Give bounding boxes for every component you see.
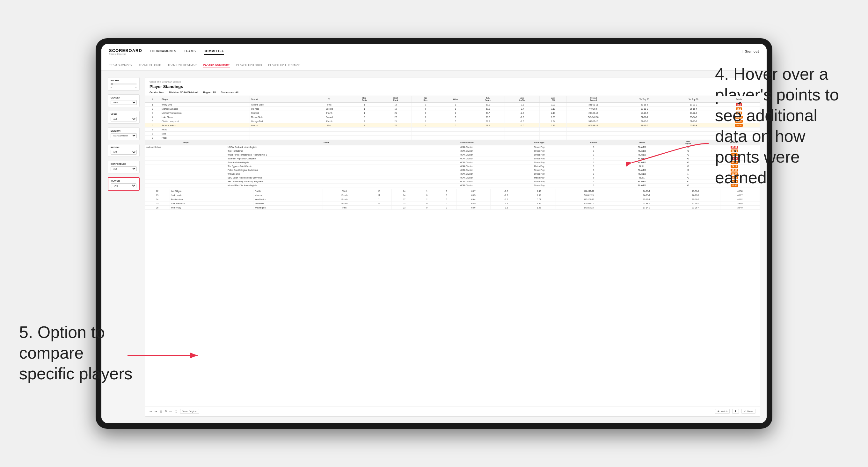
sub-cell-event: Wake Forest Invitational at Pinehurst No… [226,153,426,157]
sub-cell-type: Stroke Play [508,153,570,157]
cell-yr: Fourth [322,197,366,201]
cell-yr: Fourth [310,119,349,123]
sub-nav-player-h2h-heatmap[interactable]: PLAYER H2H HEATMAP [268,62,300,68]
sub-cell-type: Stroke Play [508,168,570,172]
cell-school: Georgia Tech [250,119,310,123]
player-select[interactable]: (All) [111,183,136,188]
cell-player: Jackson Kolson [160,123,250,127]
main-content: No Rds. 4 52 Gender Men [101,71,767,423]
cell-yr: Second [310,107,349,111]
sub-cell-player [145,187,226,189]
dash-icon[interactable]: — [169,410,172,413]
cell-vs50: 17-23-0 [669,103,718,107]
cell-rds: 2 [411,115,440,119]
bottom-toolbar: ↩ ↪ ⊞ ⧉ — ⏱ View: Original 👁 Watch [145,406,760,416]
download-btn[interactable]: ⬇ [732,409,739,414]
year-select[interactable]: (All) [111,117,137,121]
cell-adj-score [471,136,505,140]
col-vs50: Vs Top 50 [669,96,718,103]
nav-tournaments[interactable]: TOURNAMENTS [150,48,176,55]
sub-nav-team-h2h-grid[interactable]: TEAM H2H GRID [139,62,161,68]
gender-select[interactable]: Men [111,100,137,105]
cell-wins: 1 [440,107,471,111]
sub-nav-team-summary[interactable]: TEAM SUMMARY [109,62,132,68]
cell-wins: 0 [437,206,457,210]
col-player: Player [160,96,250,103]
undo-icon[interactable]: ↩ [150,410,152,413]
sub-cell-event: Fallen Oak Collegiate Invitational [226,168,426,172]
cell-adj-score: 68.7 [457,189,490,193]
arrow-bottom-left-svg [124,343,201,368]
redo-icon[interactable]: ↪ [155,410,157,413]
nav-committee[interactable]: COMMITTEE [204,48,224,55]
cell-reg-rank: 1 [349,111,380,115]
cell-adj-score: 67.5 [471,123,505,127]
cell-wins [440,136,471,140]
sub-cell-rounds: 3 [570,184,617,187]
sub-cell-rank-impact: +1 [667,184,709,187]
cell-avg-par: -2.6 [505,119,540,123]
conference-select[interactable]: (All) [111,166,137,171]
cell-points[interactable]: 39.95 [720,201,760,206]
cell-points[interactable]: 40.27 [720,193,760,197]
cell-vs25 [620,127,669,132]
col-reg-rank: RegRank [349,96,380,103]
cell-num: 24 [145,197,169,201]
sub-cell-division: NCAA Division I [426,161,508,164]
cell-record: 208-09-13 [567,111,620,115]
sub-cell-player [145,176,226,180]
filter-row: Gender: Men Division: NCAA Division I Re… [150,91,755,94]
cell-rds: 0 [411,107,440,111]
sub-cell-division: NCAA Division I [426,157,508,161]
sub-cell-player: Jackson Kolson [145,145,226,149]
cell-points[interactable]: 40.58 [720,189,760,193]
sub-cell-division: NCAA Division I [426,153,508,157]
cell-school: Florida [253,189,323,193]
sub-cell-division: NCAA Division I [426,145,508,149]
cell-vs25: 12-10-2 [620,111,669,115]
filter-region: Region N/A [108,144,140,157]
cell-num: 3 [145,111,160,115]
cell-school [250,127,310,132]
sub-col-rounds: Rounds [570,140,617,145]
sub-nav-team-h2h-heatmap[interactable]: TEAM H2H HEATMAP [168,62,197,68]
cell-vs25: 17-14-2 [622,206,671,210]
filter-conference: Conference (All) [108,161,140,174]
sub-nav-player-summary[interactable]: PLAYER SUMMARY [203,62,230,68]
cell-player: Christo Lamprecht [160,119,250,123]
division-select[interactable]: NCAA Division I [111,133,137,138]
sign-out-link[interactable]: Sign out [745,49,759,55]
sub-cell-status: PLAYED [617,184,667,187]
sub-nav: TEAM SUMMARY TEAM H2H GRID TEAM H2H HEAT… [101,59,767,71]
cell-num: 6 [145,123,160,127]
view-original-btn[interactable]: View: Original [180,409,199,414]
copy-icon[interactable]: ⧉ [165,410,167,413]
cell-yr: First [310,103,349,107]
share-btn[interactable]: ⤢ Share [741,409,755,414]
cell-reg-rank: 10 [366,189,392,193]
col-adj-score: Adj.Score [471,96,505,103]
watch-btn[interactable]: 👁 Watch [715,409,730,414]
col-rds: NoRds. [411,96,440,103]
region-select[interactable]: N/A [111,150,137,155]
expand-icon[interactable]: ⊞ [160,410,162,413]
sub-cell-event: SEC Match Play hosted by Jerry Pate [226,176,426,180]
cell-avg-sg: 2.72 [540,123,567,127]
sub-nav-player-h2h-grid[interactable]: PLAYER H2H GRID [236,62,262,68]
cell-conf-rank: 24 [392,193,417,197]
no-rds-slider[interactable] [111,84,137,85]
cell-vs25 [620,132,669,136]
cell-player: Petr Hruby [169,206,253,210]
cell-school: Stanford [250,111,310,115]
cell-adj-score: 68.5 [457,193,490,197]
cell-vs25: 24-31-3 [620,115,669,119]
sub-cell-type: Stroke Play [508,180,570,184]
cell-reg-rank: 11 [366,193,392,197]
sub-cell-event: Mirabel Maui Jim Intercollegiate [226,184,426,187]
sub-cell-rank-impact: +0 [667,180,709,184]
annotation-top-right: 4. Hover over a player's points to see a… [715,64,849,188]
clock-icon[interactable]: ⏱ [175,410,178,413]
nav-teams[interactable]: TEAMS [184,48,196,55]
cell-points[interactable]: 38.49 [720,206,760,210]
cell-points[interactable]: 40.02 [720,197,760,201]
